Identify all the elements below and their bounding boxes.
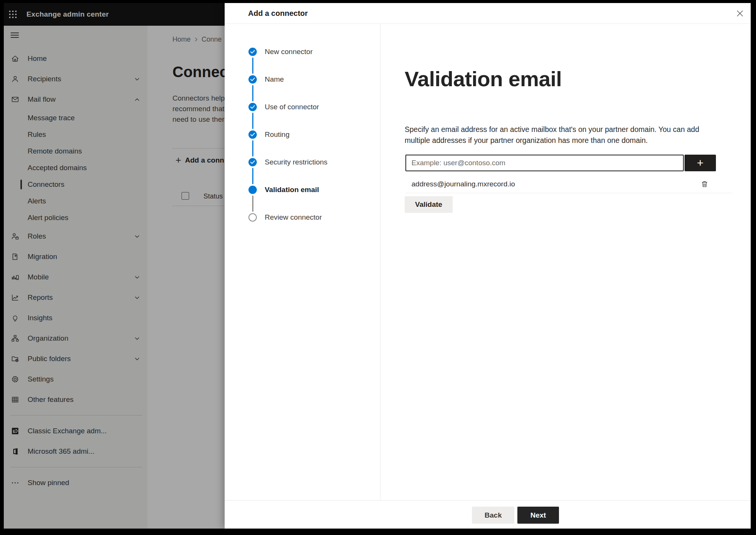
email-input[interactable] <box>405 155 684 171</box>
step-routing[interactable]: Routing <box>248 121 373 148</box>
step-circle <box>248 75 257 84</box>
step-circle <box>248 130 257 139</box>
panel-footer: Back Next <box>225 500 751 529</box>
step-new-connector[interactable]: New connector <box>248 38 373 65</box>
step-connector-line <box>252 57 253 74</box>
exchange-admin-app: Exchange admin center Home Recipients <box>4 3 751 529</box>
step-circle <box>248 158 257 166</box>
back-button[interactable]: Back <box>472 507 514 524</box>
step-connector-line <box>252 113 253 129</box>
step-label: Routing <box>265 130 290 139</box>
address-row: address@journaling.mxrecord.io <box>405 175 732 193</box>
step-description: Specify an email address for an active m… <box>405 124 715 146</box>
step-circle <box>248 48 257 56</box>
screenshot-frame: Exchange admin center Home Recipients <box>0 0 756 535</box>
step-heading: Validation email <box>405 67 562 91</box>
address-text: address@journaling.mxrecord.io <box>411 180 515 188</box>
step-connector-line <box>252 85 253 101</box>
check-icon <box>250 50 255 54</box>
step-name[interactable]: Name <box>248 65 373 93</box>
step-connector-line <box>252 168 253 184</box>
check-icon <box>250 78 255 81</box>
delete-address-button[interactable] <box>700 179 709 189</box>
step-label: New connector <box>265 48 313 56</box>
close-icon <box>737 10 743 17</box>
step-label: Use of connector <box>265 103 319 111</box>
trash-icon <box>700 180 709 188</box>
panel-header: Add a connector <box>225 3 751 24</box>
step-label: Name <box>265 75 284 84</box>
check-icon <box>250 160 255 164</box>
check-icon <box>250 133 255 136</box>
column-divider <box>380 24 380 500</box>
step-label: Review connector <box>265 213 322 222</box>
step-connector-line <box>252 195 253 212</box>
address-list: address@journaling.mxrecord.io <box>405 175 732 193</box>
email-entry-row: + <box>405 155 716 171</box>
add-connector-panel: Add a connector New connectorNameUse of … <box>225 3 751 529</box>
next-button[interactable]: Next <box>517 507 559 524</box>
add-address-button[interactable]: + <box>685 155 716 171</box>
step-label: Validation email <box>265 186 319 194</box>
step-circle <box>248 103 257 111</box>
validate-button[interactable]: Validate <box>405 196 453 213</box>
step-use-of-connector[interactable]: Use of connector <box>248 93 373 121</box>
step-connector-line <box>252 140 253 157</box>
close-button[interactable] <box>734 7 746 19</box>
stepper: New connectorNameUse of connectorRouting… <box>248 38 373 231</box>
check-icon <box>250 105 255 109</box>
step-review-connector: Review connector <box>248 203 373 231</box>
step-validation-email[interactable]: Validation email <box>248 176 373 203</box>
step-label: Security restrictions <box>265 158 328 166</box>
step-circle <box>248 213 257 222</box>
panel-title: Add a connector <box>248 9 308 18</box>
step-security-restrictions[interactable]: Security restrictions <box>248 148 373 176</box>
step-circle <box>248 186 257 194</box>
